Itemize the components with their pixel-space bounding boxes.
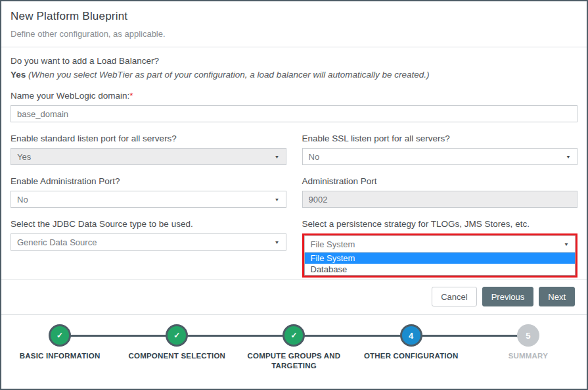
selected-value: Yes bbox=[17, 152, 31, 162]
load-balancer-question: Do you want to add a Load Balancer? bbox=[11, 56, 577, 66]
action-bar: Cancel Previous Next bbox=[1, 280, 587, 314]
step-summary[interactable]: 5 SUMMARY bbox=[470, 324, 587, 371]
admin-port-enable-select[interactable]: No ▼ bbox=[11, 191, 286, 208]
field-ssl-listen-port: Enable SSL listen port for all servers? … bbox=[302, 122, 578, 165]
page-subtitle: Define other configuration, as applicabl… bbox=[11, 29, 576, 39]
load-balancer-note: (When you select WebTier as part of your… bbox=[28, 70, 429, 80]
new-platform-blueprint-dialog: New Platform Blueprint Define other conf… bbox=[0, 0, 588, 390]
wizard-stepper: ✓ BASIC INFORMATION ✓ COMPONENT SELECTIO… bbox=[1, 314, 587, 371]
caret-down-icon: ▼ bbox=[275, 239, 280, 245]
admin-port-input bbox=[302, 191, 578, 208]
ssl-listen-port-label: Enable SSL listen port for all servers? bbox=[302, 134, 578, 143]
selected-value: Generic Data Source bbox=[17, 237, 97, 247]
weblogic-domain-input[interactable] bbox=[11, 105, 577, 122]
step-label: OTHER CONFIGURATION bbox=[364, 351, 459, 361]
caret-down-icon: ▼ bbox=[275, 154, 280, 159]
caret-down-icon: ▼ bbox=[566, 154, 571, 159]
option-database[interactable]: Database bbox=[305, 264, 576, 275]
step-compute-groups-and-targeting[interactable]: ✓ COMPUTE GROUPS AND TARGETING bbox=[235, 324, 352, 371]
admin-port-enable-label: Enable Administration Port? bbox=[11, 176, 286, 186]
weblogic-domain-label: Name your WebLogic domain:* bbox=[11, 91, 577, 101]
field-jdbc-type: Select the JDBC Data Source type to be u… bbox=[11, 208, 286, 278]
field-standard-listen-port: Enable standard listen port for all serv… bbox=[11, 122, 286, 165]
selected-value: No bbox=[17, 195, 28, 205]
step-label: COMPONENT SELECTION bbox=[129, 351, 226, 361]
persistence-strategy-options: File System Database bbox=[304, 253, 576, 276]
persistence-strategy-label: Select a persistence strategy for TLOGs,… bbox=[302, 219, 578, 229]
previous-button[interactable]: Previous bbox=[482, 287, 534, 306]
persistence-strategy-select[interactable]: File System ▼ bbox=[304, 235, 576, 253]
step-label: BASIC INFORMATION bbox=[20, 351, 101, 361]
caret-down-icon: ▼ bbox=[275, 197, 280, 202]
dialog-header: New Platform Blueprint Define other conf… bbox=[1, 1, 587, 47]
step-number: 5 bbox=[517, 324, 539, 347]
standard-listen-port-label: Enable standard listen port for all serv… bbox=[11, 134, 286, 143]
next-button[interactable]: Next bbox=[539, 287, 575, 306]
selected-value: File System bbox=[311, 239, 355, 249]
check-icon: ✓ bbox=[166, 324, 188, 347]
form-body: Do you want to add a Load Balancer? Yes … bbox=[1, 56, 587, 278]
ssl-listen-port-select[interactable]: No ▼ bbox=[302, 148, 578, 165]
check-icon: ✓ bbox=[283, 324, 305, 347]
standard-listen-port-select[interactable]: Yes ▼ bbox=[11, 148, 286, 165]
selected-value: No bbox=[309, 152, 320, 162]
field-admin-port: Administration Port bbox=[302, 165, 578, 208]
field-persistence-strategy: Select a persistence strategy for TLOGs,… bbox=[302, 208, 578, 278]
required-asterisk: * bbox=[129, 91, 133, 101]
highlight-annotation-box: File System ▼ File System Database bbox=[302, 233, 578, 278]
cancel-button[interactable]: Cancel bbox=[432, 287, 476, 306]
load-balancer-answer-line: Yes (When you select WebTier as part of … bbox=[11, 70, 577, 80]
caret-down-icon: ▼ bbox=[564, 241, 569, 247]
load-balancer-answer: Yes bbox=[11, 70, 26, 80]
jdbc-type-label: Select the JDBC Data Source type to be u… bbox=[11, 219, 286, 229]
step-number: 4 bbox=[400, 324, 422, 347]
step-other-configuration[interactable]: 4 OTHER CONFIGURATION bbox=[353, 324, 470, 371]
stepper-steps: ✓ BASIC INFORMATION ✓ COMPONENT SELECTIO… bbox=[1, 324, 587, 371]
page-title: New Platform Blueprint bbox=[11, 10, 576, 23]
jdbc-type-select[interactable]: Generic Data Source ▼ bbox=[11, 233, 286, 251]
step-label: SUMMARY bbox=[509, 351, 548, 361]
step-basic-information[interactable]: ✓ BASIC INFORMATION bbox=[1, 324, 118, 371]
form-grid: Enable standard listen port for all serv… bbox=[11, 122, 577, 278]
step-component-selection[interactable]: ✓ COMPONENT SELECTION bbox=[118, 324, 235, 371]
option-file-system[interactable]: File System bbox=[305, 253, 576, 264]
check-icon: ✓ bbox=[49, 324, 71, 347]
step-label: COMPUTE GROUPS AND TARGETING bbox=[237, 351, 351, 371]
field-admin-port-enable: Enable Administration Port? No ▼ bbox=[11, 165, 286, 208]
admin-port-label: Administration Port bbox=[302, 176, 578, 186]
